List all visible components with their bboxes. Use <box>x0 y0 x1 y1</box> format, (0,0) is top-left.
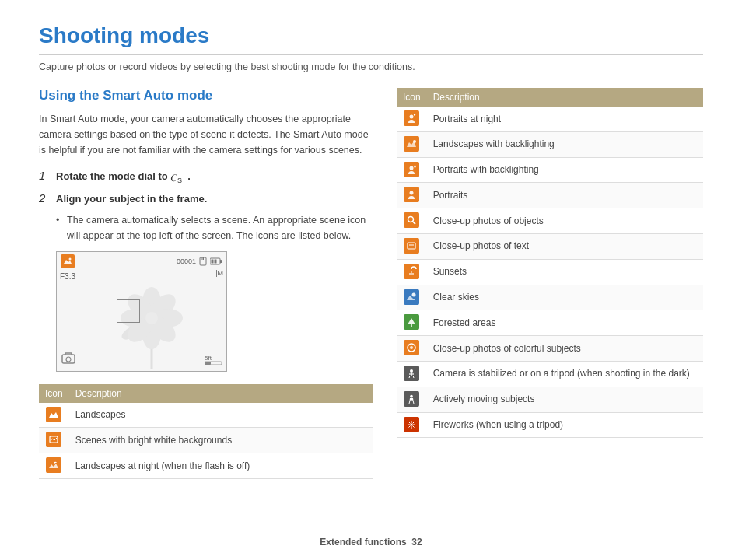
svg-line-60 <box>413 425 415 427</box>
icon-cell <box>397 361 427 387</box>
svg-point-40 <box>412 292 416 296</box>
svg-text:5ft: 5ft <box>205 355 212 362</box>
night-landscape-icon <box>46 457 61 473</box>
desc-cell: Close-up photos of objects <box>427 208 703 234</box>
table-row: Forested areas <box>397 310 703 336</box>
closeup-objects-icon <box>404 212 419 228</box>
table-row: Camera is stabilized or on a tripod (whe… <box>397 361 703 387</box>
svg-point-28 <box>410 115 414 119</box>
page-subtitle: Capture photos or record videos by selec… <box>39 61 703 72</box>
svg-point-2 <box>69 257 72 260</box>
table-row: Portraits <box>397 183 703 208</box>
svg-point-33 <box>408 217 414 222</box>
content-wrapper: Using the Smart Auto mode In Smart Auto … <box>39 88 703 479</box>
icon-cell <box>397 183 427 208</box>
right-table-icon-header: Icon <box>397 88 427 107</box>
table-row: Portraits at night <box>397 107 703 131</box>
desc-cell: Landscapes <box>69 403 373 428</box>
flower-decoration <box>101 275 202 371</box>
camera-top-bar: 00001 <box>57 252 226 271</box>
svg-marker-41 <box>408 318 415 324</box>
svg-rect-9 <box>215 259 217 263</box>
desc-cell: Landscapes at night (when the flash is o… <box>69 453 373 479</box>
right-icon-table: Icon Description Portraits at night <box>397 88 703 438</box>
svg-text:𝐶: 𝐶 <box>170 172 177 184</box>
left-column: Using the Smart Auto mode In Smart Auto … <box>39 88 373 479</box>
desc-cell: Portraits with backlighting <box>427 157 703 183</box>
svg-point-45 <box>410 369 413 373</box>
table-row: Clear skies <box>397 285 703 310</box>
svg-rect-8 <box>212 259 214 263</box>
icon-cell <box>397 412 427 438</box>
step-1: 1 Rotate the mode dial to 𝐶 S . <box>39 169 373 184</box>
portraits-icon <box>404 187 419 202</box>
svg-point-30 <box>410 166 414 170</box>
icon-cell <box>397 336 427 362</box>
clear-skies-icon <box>404 289 419 305</box>
icon-cell <box>397 285 427 310</box>
svg-point-29 <box>413 140 416 143</box>
focus-box <box>117 299 140 323</box>
table-row: Landscapes at night (when the flash is o… <box>39 453 373 479</box>
portraits-night-icon <box>404 110 419 126</box>
table-row: Close-up photos of objects <box>397 208 703 234</box>
left-table-icon-header: Icon <box>39 384 69 403</box>
desc-cell: Portraits at night <box>427 107 703 131</box>
svg-rect-4 <box>201 257 202 260</box>
page-title: Shooting modes <box>39 23 703 55</box>
left-table-desc-header: Description <box>69 384 373 403</box>
icon-cell <box>397 107 427 131</box>
svg-point-44 <box>410 346 413 349</box>
camera-info: 5ft <box>205 352 222 366</box>
table-row: Actively moving subjects <box>397 387 703 412</box>
desc-cell: Actively moving subjects <box>427 387 703 412</box>
section-body: In Smart Auto mode, your camera automati… <box>39 111 373 158</box>
desc-cell: Close-up photos of colorful subjects <box>427 336 703 362</box>
svg-rect-35 <box>408 243 415 249</box>
forested-icon <box>404 314 419 330</box>
fireworks-icon <box>404 417 419 432</box>
svg-point-23 <box>66 357 71 362</box>
step-num-1: 1 <box>39 169 50 182</box>
svg-line-48 <box>409 376 410 378</box>
icon-cell <box>397 233 427 259</box>
desc-cell: Landscapes with backlighting <box>427 131 703 157</box>
desc-cell: Portraits <box>427 183 703 208</box>
svg-rect-7 <box>220 260 222 263</box>
icon-cell <box>397 310 427 336</box>
portraits-backlight-icon <box>404 162 419 177</box>
table-row: Close-up photos of colorful subjects <box>397 336 703 362</box>
step-2: 2 Align your subject in the frame. <box>39 191 373 205</box>
footer: Extended functions 32 <box>0 537 742 548</box>
table-row: Landscapes <box>39 403 373 428</box>
svg-rect-26 <box>205 362 211 365</box>
scene-icon <box>61 254 75 268</box>
sub-step-1: The camera automatically selects a scene… <box>56 212 373 243</box>
svg-line-51 <box>409 401 410 404</box>
table-row: Sunsets <box>397 259 703 285</box>
icon-cell <box>397 259 427 285</box>
table-row: Portraits with backlighting <box>397 157 703 183</box>
camera-mode-icon <box>61 352 75 366</box>
table-row: Scenes with bright white backgrounds <box>39 428 373 453</box>
desc-cell: Close-up photos of text <box>427 233 703 259</box>
svg-line-34 <box>413 222 415 224</box>
bright-bg-icon <box>46 432 61 447</box>
section-title: Using the Smart Auto mode <box>39 88 373 103</box>
icon-cell <box>397 387 427 412</box>
svg-point-31 <box>414 165 416 167</box>
landscape-icon <box>46 407 61 422</box>
icon-cell <box>397 208 427 234</box>
table-row: Close-up photos of text <box>397 233 703 259</box>
desc-cell: Fireworks (when using a tripod) <box>427 412 703 438</box>
svg-line-52 <box>413 401 414 404</box>
desc-cell: Forested areas <box>427 310 703 336</box>
svg-line-59 <box>409 422 411 423</box>
svg-rect-5 <box>203 257 205 260</box>
icon-cell <box>39 453 69 479</box>
desc-cell: Camera is stabilized or on a tripod (whe… <box>427 361 703 387</box>
desc-cell: Scenes with bright white backgrounds <box>69 428 373 453</box>
icon-cell <box>397 157 427 183</box>
moving-subjects-icon <box>404 391 419 407</box>
svg-point-54 <box>411 423 413 425</box>
